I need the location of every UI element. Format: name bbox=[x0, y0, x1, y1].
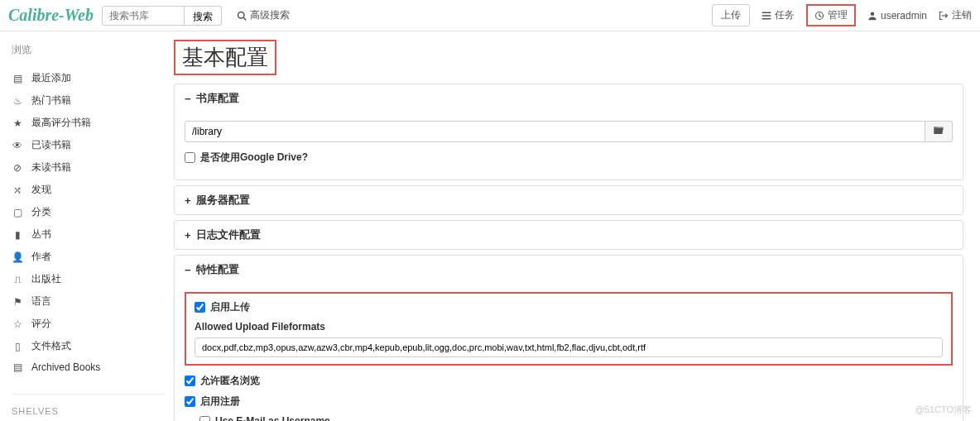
anon-browse-label: 允许匿名浏览 bbox=[200, 374, 260, 388]
browse-heading: 浏览 bbox=[12, 43, 166, 57]
tag-icon: ▢ bbox=[12, 207, 23, 218]
enable-reg-label: 启用注册 bbox=[200, 395, 240, 409]
building-icon: ⎍ bbox=[12, 274, 23, 285]
star-icon: ★ bbox=[12, 117, 23, 129]
user-label: useradmin bbox=[881, 10, 927, 22]
fire-icon: ♨ bbox=[12, 95, 23, 107]
admin-label: 管理 bbox=[828, 8, 848, 22]
plus-icon: + bbox=[185, 229, 191, 242]
sidebar-item-author[interactable]: 👤作者 bbox=[12, 246, 166, 268]
sidebar-label: 最高评分书籍 bbox=[31, 116, 91, 130]
feature-config-toggle[interactable]: − 特性配置 bbox=[175, 256, 963, 284]
feature-config-panel: − 特性配置 启用上传 Allowed Upload Fileformats 允… bbox=[174, 255, 963, 421]
sidebar-label: 发现 bbox=[31, 183, 51, 197]
enable-upload-label: 启用上传 bbox=[210, 300, 250, 314]
google-drive-label: 是否使用Google Drive? bbox=[200, 151, 308, 165]
library-config-toggle[interactable]: − 书库配置 bbox=[175, 84, 963, 112]
eye-off-icon: ⊘ bbox=[12, 162, 23, 174]
tasks-icon bbox=[761, 11, 771, 21]
shelves-heading: SHELVES bbox=[12, 394, 166, 416]
bookmark-icon: ▮ bbox=[12, 229, 23, 241]
advanced-search-link[interactable]: 高级搜索 bbox=[237, 8, 290, 22]
sidebar: 浏览 ▤最近添加 ♨热门书籍 ★最高评分书籍 👁已读书籍 ⊘未读书籍 ⤮发现 ▢… bbox=[0, 31, 166, 421]
library-config-panel: − 书库配置 是否使用Google Drive? bbox=[174, 84, 963, 180]
sidebar-item-language[interactable]: ⚑语言 bbox=[12, 290, 166, 313]
plus-icon: + bbox=[185, 194, 191, 207]
sidebar-label: 出版社 bbox=[31, 272, 61, 286]
advanced-search-label: 高级搜索 bbox=[250, 8, 290, 22]
sidebar-item-publisher[interactable]: ⎍出版社 bbox=[12, 268, 166, 290]
sidebar-label: 已读书籍 bbox=[31, 138, 71, 152]
user-link[interactable]: useradmin bbox=[867, 10, 927, 22]
sidebar-label: 丛书 bbox=[31, 227, 51, 242]
eye-icon: 👁 bbox=[12, 140, 23, 151]
sidebar-item-rating[interactable]: ☆评分 bbox=[12, 313, 166, 335]
email-username-label: Use E-Mail as Username bbox=[215, 415, 330, 421]
logout-label: 注销 bbox=[952, 8, 972, 22]
svg-point-8 bbox=[871, 12, 875, 16]
logout-link[interactable]: 注销 bbox=[939, 8, 972, 22]
sidebar-item-hot[interactable]: ♨热门书籍 bbox=[12, 89, 166, 112]
panel-title: 日志文件配置 bbox=[196, 227, 261, 242]
sidebar-item-discover[interactable]: ⤮发现 bbox=[12, 179, 166, 201]
sidebar-item-unread[interactable]: ⊘未读书籍 bbox=[12, 156, 166, 179]
panel-title: 服务器配置 bbox=[196, 193, 250, 208]
log-config-panel: + 日志文件配置 bbox=[174, 220, 963, 250]
shuffle-icon: ⤮ bbox=[12, 184, 23, 196]
archive-icon: ▤ bbox=[12, 361, 23, 373]
sidebar-item-category[interactable]: ▢分类 bbox=[12, 201, 166, 223]
book-icon: ▤ bbox=[12, 73, 23, 84]
tasks-link[interactable]: 任务 bbox=[761, 8, 795, 22]
server-config-panel: + 服务器配置 bbox=[174, 185, 963, 215]
page-title: 基本配置 bbox=[174, 40, 276, 75]
admin-link[interactable]: 管理 bbox=[806, 4, 856, 26]
flag-icon: ⚑ bbox=[12, 296, 23, 308]
folder-browse-button[interactable] bbox=[925, 121, 953, 142]
person-icon: 👤 bbox=[12, 251, 23, 263]
server-config-toggle[interactable]: + 服务器配置 bbox=[175, 186, 963, 214]
sidebar-label: 热门书籍 bbox=[31, 93, 71, 108]
sidebar-item-series[interactable]: ▮丛书 bbox=[12, 223, 166, 246]
folder-icon bbox=[934, 126, 944, 134]
google-drive-checkbox[interactable] bbox=[185, 152, 195, 163]
enable-reg-checkbox[interactable] bbox=[185, 396, 195, 407]
anon-browse-checkbox[interactable] bbox=[185, 376, 195, 386]
log-config-toggle[interactable]: + 日志文件配置 bbox=[175, 221, 963, 249]
minus-icon: − bbox=[185, 93, 191, 105]
tasks-label: 任务 bbox=[775, 8, 795, 22]
file-icon: ▯ bbox=[12, 341, 23, 352]
sidebar-label: 最近添加 bbox=[31, 71, 71, 85]
sidebar-item-format[interactable]: ▯文件格式 bbox=[12, 335, 166, 357]
dashboard-icon bbox=[814, 11, 824, 21]
upload-button[interactable]: 上传 bbox=[712, 4, 750, 26]
sidebar-item-recent[interactable]: ▤最近添加 bbox=[12, 67, 166, 89]
svg-rect-4 bbox=[762, 18, 771, 20]
sidebar-label: 评分 bbox=[31, 317, 51, 331]
allowed-formats-input[interactable] bbox=[195, 337, 943, 357]
search-button[interactable]: 搜索 bbox=[185, 6, 222, 26]
enable-upload-checkbox[interactable] bbox=[195, 302, 205, 313]
sidebar-item-rated[interactable]: ★最高评分书籍 bbox=[12, 112, 166, 134]
svg-line-1 bbox=[243, 17, 246, 20]
main-content: 基本配置 − 书库配置 是否使用Google Drive? bbox=[166, 31, 980, 421]
minus-icon: − bbox=[185, 264, 191, 276]
sidebar-label: 未读书籍 bbox=[31, 160, 71, 175]
sidebar-item-read[interactable]: 👁已读书籍 bbox=[12, 134, 166, 156]
watermark: @51CTO博客 bbox=[915, 404, 972, 416]
sidebar-label: 语言 bbox=[31, 294, 51, 309]
svg-rect-3 bbox=[762, 15, 771, 17]
svg-point-0 bbox=[238, 12, 244, 18]
brand-logo[interactable]: Calibre-Web bbox=[8, 6, 94, 25]
upload-feature-highlight: 启用上传 Allowed Upload Fileformats bbox=[185, 292, 953, 366]
email-username-checkbox[interactable] bbox=[199, 416, 210, 422]
search-input[interactable] bbox=[102, 6, 185, 26]
sidebar-item-archived[interactable]: ▤Archived Books bbox=[12, 357, 166, 377]
allowed-formats-label: Allowed Upload Fileformats bbox=[195, 321, 943, 332]
user-icon bbox=[867, 11, 877, 21]
panel-title: 书库配置 bbox=[196, 91, 239, 106]
sidebar-label: Archived Books bbox=[31, 361, 100, 373]
sidebar-label: 作者 bbox=[31, 250, 51, 264]
library-path-input[interactable] bbox=[185, 121, 925, 142]
logout-icon bbox=[939, 11, 949, 21]
svg-rect-2 bbox=[762, 12, 771, 13]
